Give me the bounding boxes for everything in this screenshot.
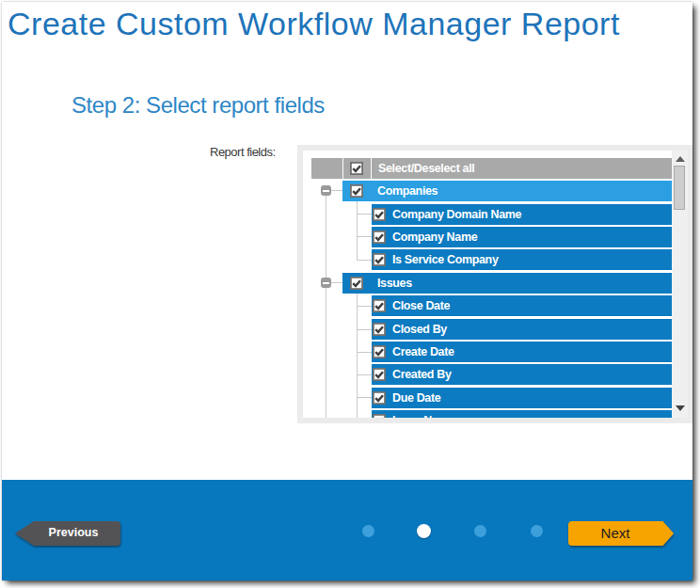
svg-text:Previous: Previous <box>49 526 99 539</box>
svg-text:Next: Next <box>601 525 631 541</box>
